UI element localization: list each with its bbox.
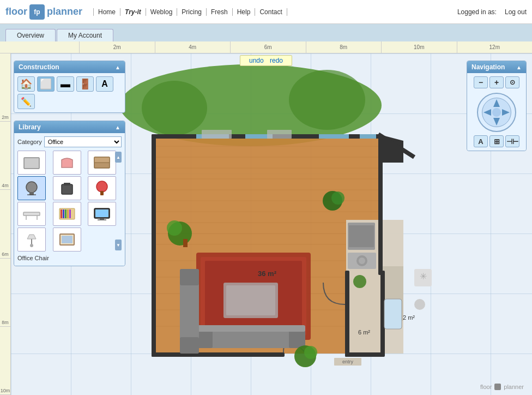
logo-icon: fp bbox=[29, 4, 45, 20]
svg-rect-80 bbox=[62, 184, 72, 194]
ruler-v-4m: 4m bbox=[0, 122, 10, 190]
navigation-title: Navigation bbox=[471, 63, 505, 71]
compass-left-arrow[interactable] bbox=[483, 109, 491, 116]
lib-item-4[interactable] bbox=[53, 176, 81, 200]
svg-rect-65 bbox=[384, 299, 402, 329]
zoom-controls: − + ⊙ bbox=[474, 76, 519, 88]
lib-item-0[interactable] bbox=[17, 151, 46, 175]
selected-item-label: Office Chair bbox=[17, 254, 122, 262]
lib-item-1[interactable] bbox=[53, 151, 81, 175]
svg-text:6 m²: 6 m² bbox=[358, 329, 370, 336]
svg-text:✳: ✳ bbox=[420, 272, 427, 281]
category-row: Category Office Living Room Bedroom Kitc… bbox=[17, 136, 122, 147]
ruler-mark-6m: 6m bbox=[230, 41, 306, 53]
svg-rect-71 bbox=[267, 130, 292, 139]
library-title: Library bbox=[19, 123, 41, 131]
nav-btn-grid[interactable]: ⊞ bbox=[489, 135, 504, 147]
svg-point-64 bbox=[414, 299, 425, 310]
construction-collapse-arrow[interactable]: ▲ bbox=[115, 64, 120, 70]
construction-panel-header[interactable]: Construction ▲ bbox=[14, 61, 125, 73]
nav-btn-label[interactable]: A bbox=[474, 135, 488, 147]
nav-fresh[interactable]: Fresh bbox=[207, 8, 233, 16]
svg-rect-23 bbox=[152, 352, 285, 357]
navigation-collapse-arrow[interactable]: ▲ bbox=[516, 64, 522, 70]
lib-item-3[interactable] bbox=[17, 176, 46, 200]
svg-point-1 bbox=[142, 81, 207, 135]
svg-point-52 bbox=[304, 346, 317, 359]
tool-erase[interactable]: ✏️ bbox=[17, 94, 35, 109]
compass-up-arrow[interactable] bbox=[493, 99, 500, 107]
svg-point-2 bbox=[289, 70, 365, 130]
nav-btn-fit[interactable]: ⊣⊢ bbox=[505, 135, 519, 147]
logo-icon-inner: fp bbox=[34, 8, 40, 16]
tool-line[interactable]: ▬ bbox=[57, 76, 74, 92]
compass bbox=[477, 93, 516, 132]
svg-point-50 bbox=[331, 191, 344, 205]
ruler-v-2m: 2m bbox=[0, 53, 10, 122]
svg-rect-88 bbox=[61, 210, 62, 218]
svg-rect-101 bbox=[62, 236, 72, 243]
lib-item-2[interactable] bbox=[88, 151, 116, 175]
navigation-panel: Navigation ▲ − + ⊙ A ⊞ ⊣⊢ bbox=[467, 61, 527, 151]
nav-pricing[interactable]: Pricing bbox=[177, 8, 207, 16]
tool-wall[interactable]: 🏠 bbox=[17, 76, 35, 92]
tool-text[interactable]: A bbox=[96, 76, 113, 92]
zoom-in-button[interactable]: + bbox=[489, 76, 504, 88]
nav-contact[interactable]: Contact bbox=[255, 8, 287, 16]
main-nav: Home Try-it Weblog Pricing Fresh Help Co… bbox=[93, 8, 457, 16]
zoom-out-button[interactable]: − bbox=[474, 76, 488, 88]
nav-home[interactable]: Home bbox=[93, 8, 120, 16]
navigation-panel-header[interactable]: Navigation ▲ bbox=[467, 61, 526, 73]
tool-room[interactable]: ⬜ bbox=[37, 76, 55, 92]
svg-text:entry: entry bbox=[342, 359, 354, 364]
lib-item-9[interactable] bbox=[17, 228, 46, 252]
category-select[interactable]: Office Living Room Bedroom Kitchen Bathr… bbox=[44, 136, 122, 147]
logout-link[interactable]: Log out bbox=[505, 8, 527, 16]
svg-rect-43 bbox=[180, 337, 199, 354]
svg-rect-94 bbox=[95, 210, 108, 217]
redo-link[interactable]: redo bbox=[270, 57, 283, 64]
svg-rect-92 bbox=[69, 210, 71, 218]
canvas-area: 2m 4m 6m 8m 10m 12m 2m 4m 6m 8m 10m undo… bbox=[0, 41, 532, 395]
library-scroll-up[interactable]: ▲ bbox=[115, 152, 122, 163]
svg-rect-33 bbox=[360, 134, 376, 139]
svg-rect-45 bbox=[226, 285, 275, 315]
svg-rect-32 bbox=[319, 134, 349, 139]
logo-text-planner: planner bbox=[47, 6, 82, 17]
library-scroll-down[interactable]: ▼ bbox=[115, 240, 122, 250]
compass-down-arrow[interactable] bbox=[493, 118, 500, 125]
svg-rect-89 bbox=[63, 210, 64, 218]
svg-point-66 bbox=[353, 275, 366, 288]
lib-item-8[interactable] bbox=[88, 202, 116, 226]
tab-overview[interactable]: Overview bbox=[5, 29, 56, 41]
nav-help[interactable]: Help bbox=[233, 8, 256, 16]
zoom-reset-button[interactable]: ⊙ bbox=[505, 76, 519, 88]
svg-point-61 bbox=[359, 258, 365, 264]
tabs-bar: Overview My Account bbox=[0, 24, 532, 41]
ruler-v-10m: 10m bbox=[0, 327, 10, 395]
nav-bottom-buttons: A ⊞ ⊣⊢ bbox=[474, 135, 519, 147]
svg-rect-40 bbox=[196, 325, 305, 332]
svg-rect-102 bbox=[494, 384, 501, 390]
tool-door[interactable]: 🚪 bbox=[76, 76, 94, 92]
navigation-content: − + ⊙ A ⊞ ⊣⊢ bbox=[467, 73, 526, 151]
svg-text:2 m²: 2 m² bbox=[403, 314, 415, 321]
svg-rect-83 bbox=[100, 191, 104, 195]
library-items-grid bbox=[17, 151, 122, 252]
undo-link[interactable]: undo bbox=[249, 57, 264, 64]
compass-center[interactable] bbox=[492, 108, 501, 117]
svg-rect-74 bbox=[24, 158, 39, 169]
watermark: floor planner bbox=[480, 383, 524, 391]
lib-item-5[interactable] bbox=[88, 176, 116, 200]
lib-item-7[interactable] bbox=[53, 202, 81, 226]
library-panel-header[interactable]: Library ▲ bbox=[14, 121, 125, 133]
compass-inner bbox=[482, 98, 511, 127]
library-collapse-arrow[interactable]: ▲ bbox=[115, 124, 120, 130]
tab-my-account[interactable]: My Account bbox=[57, 29, 113, 41]
svg-rect-81 bbox=[64, 183, 70, 185]
nav-weblog[interactable]: Weblog bbox=[146, 8, 177, 16]
lib-item-6[interactable] bbox=[17, 202, 46, 226]
compass-right-arrow[interactable] bbox=[502, 109, 510, 116]
nav-tryit[interactable]: Try-it bbox=[120, 8, 146, 16]
lib-item-10[interactable] bbox=[53, 228, 81, 252]
